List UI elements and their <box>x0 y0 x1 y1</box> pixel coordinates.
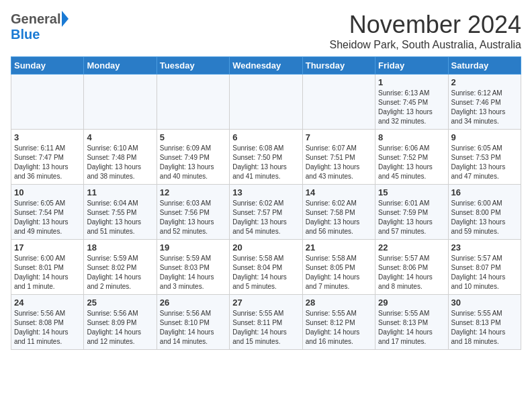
calendar-cell: 10Sunrise: 6:05 AM Sunset: 7:54 PM Dayli… <box>11 185 84 240</box>
day-number: 10 <box>14 187 81 197</box>
weekday-header-friday: Friday <box>375 57 448 75</box>
calendar-cell: 30Sunrise: 5:55 AM Sunset: 8:13 PM Dayli… <box>448 295 521 350</box>
day-info: Sunrise: 6:00 AM Sunset: 8:00 PM Dayligh… <box>451 199 518 236</box>
day-info: Sunrise: 5:55 AM Sunset: 8:13 PM Dayligh… <box>378 309 445 347</box>
day-info: Sunrise: 6:06 AM Sunset: 7:52 PM Dayligh… <box>378 144 445 181</box>
calendar-cell: 17Sunrise: 6:00 AM Sunset: 8:01 PM Dayli… <box>11 240 84 295</box>
day-number: 28 <box>306 298 372 308</box>
day-info: Sunrise: 6:05 AM Sunset: 7:53 PM Dayligh… <box>451 144 518 181</box>
calendar-week-3: 17Sunrise: 6:00 AM Sunset: 8:01 PM Dayli… <box>11 240 521 295</box>
calendar-cell: 8Sunrise: 6:06 AM Sunset: 7:52 PM Daylig… <box>375 130 448 185</box>
calendar-cell <box>157 75 229 130</box>
day-number: 8 <box>378 132 445 142</box>
calendar-cell: 6Sunrise: 6:08 AM Sunset: 7:50 PM Daylig… <box>230 130 302 185</box>
day-number: 4 <box>87 132 153 142</box>
day-number: 2 <box>451 77 518 87</box>
day-info: Sunrise: 6:09 AM Sunset: 7:49 PM Dayligh… <box>160 144 226 181</box>
calendar-week-0: 1Sunrise: 6:13 AM Sunset: 7:45 PM Daylig… <box>11 75 521 130</box>
day-number: 11 <box>87 187 153 197</box>
calendar-week-2: 10Sunrise: 6:05 AM Sunset: 7:54 PM Dayli… <box>11 185 521 240</box>
calendar-cell: 4Sunrise: 6:10 AM Sunset: 7:48 PM Daylig… <box>84 130 157 185</box>
calendar-cell <box>84 75 157 130</box>
calendar-body: 1Sunrise: 6:13 AM Sunset: 7:45 PM Daylig… <box>11 75 521 350</box>
calendar-cell: 20Sunrise: 5:58 AM Sunset: 8:04 PM Dayli… <box>230 240 302 295</box>
weekday-header-row: SundayMondayTuesdayWednesdayThursdayFrid… <box>11 57 521 75</box>
weekday-header-monday: Monday <box>84 57 157 75</box>
calendar-cell: 25Sunrise: 5:56 AM Sunset: 8:09 PM Dayli… <box>84 295 157 350</box>
weekday-header-wednesday: Wednesday <box>230 57 302 75</box>
location-title: Sheidow Park, South Australia, Australia <box>330 39 522 51</box>
calendar-cell: 3Sunrise: 6:11 AM Sunset: 7:47 PM Daylig… <box>11 130 84 185</box>
calendar-cell: 24Sunrise: 5:56 AM Sunset: 8:08 PM Dayli… <box>11 295 84 350</box>
day-info: Sunrise: 5:57 AM Sunset: 8:07 PM Dayligh… <box>451 254 518 291</box>
day-number: 18 <box>87 242 153 253</box>
day-info: Sunrise: 6:13 AM Sunset: 7:45 PM Dayligh… <box>378 89 445 126</box>
weekday-header-sunday: Sunday <box>11 57 84 75</box>
day-number: 23 <box>451 242 518 253</box>
day-number: 24 <box>14 298 81 308</box>
day-info: Sunrise: 6:10 AM Sunset: 7:48 PM Dayligh… <box>87 144 153 181</box>
day-info: Sunrise: 6:11 AM Sunset: 7:47 PM Dayligh… <box>14 144 81 181</box>
calendar-cell: 18Sunrise: 5:59 AM Sunset: 8:02 PM Dayli… <box>84 240 157 295</box>
calendar-cell: 16Sunrise: 6:00 AM Sunset: 8:00 PM Dayli… <box>448 185 521 240</box>
day-number: 29 <box>378 298 445 308</box>
calendar-header: SundayMondayTuesdayWednesdayThursdayFrid… <box>11 57 521 75</box>
month-title: November 2024 <box>330 11 522 39</box>
calendar-cell: 26Sunrise: 5:56 AM Sunset: 8:10 PM Dayli… <box>157 295 229 350</box>
day-info: Sunrise: 6:08 AM Sunset: 7:50 PM Dayligh… <box>232 144 299 181</box>
calendar-week-4: 24Sunrise: 5:56 AM Sunset: 8:08 PM Dayli… <box>11 295 521 350</box>
calendar-cell: 14Sunrise: 6:02 AM Sunset: 7:58 PM Dayli… <box>302 185 375 240</box>
weekday-header-tuesday: Tuesday <box>157 57 229 75</box>
day-info: Sunrise: 6:04 AM Sunset: 7:55 PM Dayligh… <box>87 199 153 236</box>
day-info: Sunrise: 5:56 AM Sunset: 8:10 PM Dayligh… <box>160 309 226 347</box>
calendar-cell <box>230 75 302 130</box>
day-info: Sunrise: 5:59 AM Sunset: 8:02 PM Dayligh… <box>87 254 153 291</box>
day-info: Sunrise: 5:58 AM Sunset: 8:05 PM Dayligh… <box>306 254 372 291</box>
day-info: Sunrise: 5:59 AM Sunset: 8:03 PM Dayligh… <box>160 254 226 291</box>
day-number: 15 <box>378 187 445 197</box>
calendar-cell: 29Sunrise: 5:55 AM Sunset: 8:13 PM Dayli… <box>375 295 448 350</box>
day-number: 26 <box>160 298 226 308</box>
calendar-cell: 7Sunrise: 6:07 AM Sunset: 7:51 PM Daylig… <box>302 130 375 185</box>
day-number: 16 <box>451 187 518 197</box>
title-section: November 2024 Sheidow Park, South Austra… <box>330 11 522 51</box>
calendar-cell: 15Sunrise: 6:01 AM Sunset: 7:59 PM Dayli… <box>375 185 448 240</box>
day-number: 1 <box>378 77 445 87</box>
calendar-cell: 12Sunrise: 6:03 AM Sunset: 7:56 PM Dayli… <box>157 185 229 240</box>
day-number: 22 <box>378 242 445 253</box>
day-info: Sunrise: 6:02 AM Sunset: 7:57 PM Dayligh… <box>232 199 299 236</box>
calendar-cell: 11Sunrise: 6:04 AM Sunset: 7:55 PM Dayli… <box>84 185 157 240</box>
calendar-cell: 28Sunrise: 5:55 AM Sunset: 8:12 PM Dayli… <box>302 295 375 350</box>
day-number: 25 <box>87 298 153 308</box>
day-number: 17 <box>14 242 81 253</box>
weekday-header-thursday: Thursday <box>302 57 375 75</box>
calendar-cell: 19Sunrise: 5:59 AM Sunset: 8:03 PM Dayli… <box>157 240 229 295</box>
day-info: Sunrise: 5:58 AM Sunset: 8:04 PM Dayligh… <box>232 254 299 291</box>
day-info: Sunrise: 5:55 AM Sunset: 8:13 PM Dayligh… <box>451 309 518 347</box>
day-info: Sunrise: 6:05 AM Sunset: 7:54 PM Dayligh… <box>14 199 81 236</box>
calendar-cell <box>11 75 84 130</box>
day-number: 6 <box>232 132 299 142</box>
day-info: Sunrise: 6:02 AM Sunset: 7:58 PM Dayligh… <box>306 199 372 236</box>
logo-triangle-icon <box>62 11 69 27</box>
weekday-header-saturday: Saturday <box>448 57 521 75</box>
day-info: Sunrise: 6:03 AM Sunset: 7:56 PM Dayligh… <box>160 199 226 236</box>
day-number: 20 <box>232 242 299 253</box>
calendar-cell: 9Sunrise: 6:05 AM Sunset: 7:53 PM Daylig… <box>448 130 521 185</box>
day-number: 13 <box>232 187 299 197</box>
day-number: 9 <box>451 132 518 142</box>
day-info: Sunrise: 6:01 AM Sunset: 7:59 PM Dayligh… <box>378 199 445 236</box>
day-info: Sunrise: 6:00 AM Sunset: 8:01 PM Dayligh… <box>14 254 81 291</box>
day-info: Sunrise: 5:55 AM Sunset: 8:12 PM Dayligh… <box>306 309 372 347</box>
day-number: 19 <box>160 242 226 253</box>
day-info: Sunrise: 6:12 AM Sunset: 7:46 PM Dayligh… <box>451 89 518 126</box>
logo-general: General <box>11 11 60 27</box>
day-number: 30 <box>451 298 518 308</box>
day-number: 7 <box>306 132 372 142</box>
day-number: 27 <box>232 298 299 308</box>
day-number: 21 <box>306 242 372 253</box>
calendar-cell <box>302 75 375 130</box>
calendar-cell: 5Sunrise: 6:09 AM Sunset: 7:49 PM Daylig… <box>157 130 229 185</box>
page-header: General Blue November 2024 Sheidow Park,… <box>11 11 521 51</box>
logo-blue: Blue <box>11 27 40 42</box>
